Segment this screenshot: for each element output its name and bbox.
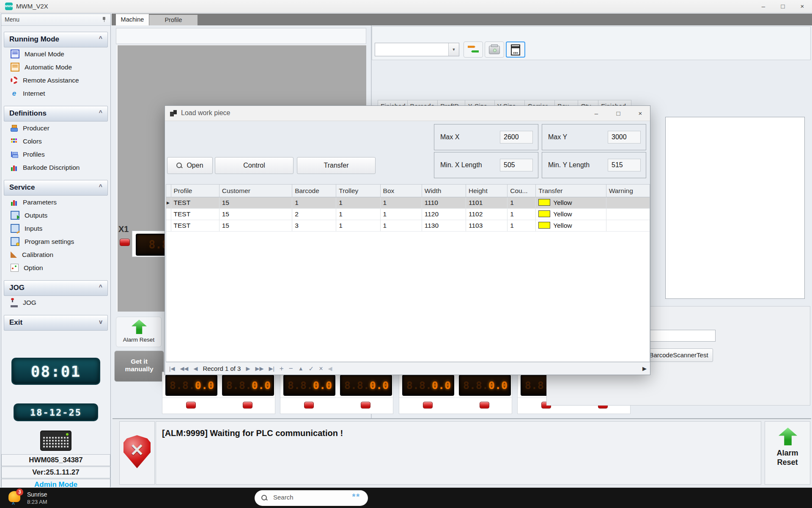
machine-top-panel: [116, 28, 366, 44]
section-exit[interactable]: Exit v: [4, 315, 108, 331]
nav-next-button[interactable]: ▶: [246, 365, 250, 372]
column-header[interactable]: Width: [422, 185, 466, 197]
section-jog[interactable]: JOG ^: [4, 280, 108, 296]
chevron-down-icon[interactable]: ▼: [448, 43, 459, 56]
table-row[interactable]: TEST15 21 11120 11021 Yellow: [166, 209, 650, 220]
open-button[interactable]: Open: [167, 157, 213, 174]
alarm-reset-button[interactable]: Alarm Reset: [765, 421, 810, 485]
sidebar-item-automatic-mode[interactable]: Automatic Mode: [1, 61, 110, 74]
green-up-arrow-icon: [779, 428, 797, 445]
nav-scroll-left-icon[interactable]: ◀: [328, 365, 332, 372]
refresh-button[interactable]: [464, 41, 483, 58]
max-x-field[interactable]: 2600: [500, 131, 533, 144]
column-header[interactable]: Transfer: [536, 185, 606, 197]
table-row[interactable]: TEST15 31 11130 11031 Yellow: [166, 220, 650, 232]
internet-icon: e: [11, 90, 18, 97]
get-it-manually-button[interactable]: Get it manually: [114, 351, 164, 382]
chevron-up-icon[interactable]: ^: [99, 183, 102, 190]
control-button[interactable]: Control: [215, 157, 294, 174]
barcode-scanner-test-button[interactable]: BarcodeScannerTest: [645, 348, 713, 362]
display-cell: 8.8.8.80.0: [399, 372, 455, 414]
table-row[interactable]: ▶ TEST15 11 11110 11011 Yellow: [166, 197, 650, 209]
pin-icon[interactable]: [102, 17, 106, 22]
chevron-down-icon[interactable]: v: [99, 318, 102, 325]
dialog-close-button[interactable]: ×: [631, 106, 650, 121]
nav-edit-button[interactable]: ▲: [298, 365, 304, 372]
right-list-box[interactable]: [665, 117, 805, 299]
color-swatch-yellow: [538, 222, 550, 229]
sidebar-item-calibration[interactable]: Calibration: [1, 248, 110, 261]
nav-prev-page-button[interactable]: ◀◀: [180, 365, 188, 372]
sidebar-item-outputs[interactable]: Outputs: [1, 209, 110, 222]
nav-scroll-right-icon[interactable]: ▶: [642, 365, 647, 372]
sunrise-icon: 3: [8, 491, 20, 502]
sidebar-item-jog[interactable]: JOG: [1, 296, 110, 309]
virtual-keyboard-icon[interactable]: [40, 431, 71, 451]
sidebar-item-colors[interactable]: Colors: [1, 135, 110, 148]
alarm-icon-box: ✕: [119, 421, 155, 485]
transfer-button[interactable]: Transfer: [297, 157, 376, 174]
column-header[interactable]: Box: [380, 185, 422, 197]
chevron-up-icon[interactable]: ^: [99, 284, 102, 290]
column-header[interactable]: Height: [466, 185, 507, 197]
maximize-button[interactable]: □: [773, 0, 793, 13]
chevron-up-icon[interactable]: ^: [99, 35, 102, 42]
section-definitions[interactable]: Definitions ^: [4, 106, 108, 121]
min-x-length-field[interactable]: 505: [500, 159, 533, 171]
dialog-minimize-button[interactable]: –: [587, 106, 606, 121]
snowflake-decoration: **: [352, 492, 360, 502]
record-counter: Record 1 of 3: [203, 365, 241, 372]
nav-endedit-button[interactable]: ✓: [309, 365, 314, 373]
status-led: [361, 402, 370, 409]
sidebar-item-inputs[interactable]: Inputs: [1, 222, 110, 235]
sidebar: Menu Running Mode ^ Manuel Mode Automati…: [1, 14, 111, 487]
dialog-title-bar[interactable]: Load work piece – □ ×: [165, 106, 650, 121]
section-running-mode[interactable]: Running Mode ^: [4, 32, 108, 47]
nav-append-button[interactable]: +: [280, 364, 284, 373]
nav-next-page-button[interactable]: ▶▶: [255, 365, 263, 372]
max-y-field[interactable]: 3000: [608, 131, 641, 144]
print-icon: [489, 46, 500, 54]
sidebar-item-remote-assistance[interactable]: Remote Assistance: [1, 74, 110, 87]
alarm-reset-small-button[interactable]: Alarm Reset: [116, 317, 162, 347]
sidebar-item-barkode-discription[interactable]: Barkode Discription: [1, 161, 110, 174]
sidebar-item-option[interactable]: Option: [1, 261, 110, 274]
barcode-input[interactable]: [650, 330, 716, 342]
menu-title: Menu: [5, 16, 19, 23]
close-button[interactable]: ×: [793, 0, 812, 13]
sidebar-item-parameters[interactable]: Parameters: [1, 196, 110, 209]
nav-delete-button[interactable]: −: [289, 364, 293, 373]
tab-strip: [112, 14, 812, 25]
software-version: Ver:25.1.11.27: [1, 467, 110, 478]
weather-widget[interactable]: 3 ^ Sunrise 8:23 AM: [7, 490, 70, 506]
column-header[interactable]: Warning: [606, 185, 650, 197]
tab-machine[interactable]: Machine: [116, 14, 149, 25]
dialog-maximize-button[interactable]: □: [609, 106, 628, 121]
max-x-group: Max X 2600: [434, 124, 538, 150]
column-header[interactable]: Trolley: [336, 185, 380, 197]
sidebar-item-producer[interactable]: Producer: [1, 121, 110, 135]
minimize-button[interactable]: –: [754, 0, 773, 13]
nav-prev-button[interactable]: ◀: [193, 365, 198, 372]
nav-cancel-button[interactable]: ×: [319, 365, 323, 373]
profile-combobox[interactable]: ▼: [375, 43, 459, 56]
min-y-length-field[interactable]: 515: [608, 159, 641, 171]
column-header[interactable]: Customer: [219, 185, 292, 197]
sidebar-item-program-settings[interactable]: Program settings: [1, 235, 110, 248]
work-piece-table: Profile Customer Barcode Trolley Box Wid…: [166, 185, 650, 232]
sidebar-item-manuel-mode[interactable]: Manuel Mode: [1, 47, 110, 61]
chevron-up-icon[interactable]: ^: [99, 109, 102, 116]
nav-first-button[interactable]: |◀: [169, 365, 175, 372]
sidebar-item-profiles[interactable]: Profiles: [1, 148, 110, 161]
column-header[interactable]: Cou...: [508, 185, 536, 197]
automatic-mode-icon: [11, 63, 19, 72]
column-header[interactable]: Profile: [171, 185, 219, 197]
search-box[interactable]: Search **: [255, 490, 368, 506]
column-header[interactable]: Barcode: [292, 185, 336, 197]
section-service[interactable]: Service ^: [4, 180, 108, 196]
export-csv-button[interactable]: [506, 41, 525, 58]
tab-profile-description[interactable]: Profile Description: [149, 15, 198, 25]
print-button[interactable]: [485, 41, 504, 58]
nav-last-button[interactable]: ▶|: [269, 365, 274, 372]
sidebar-item-internet[interactable]: eInternet: [1, 87, 110, 100]
